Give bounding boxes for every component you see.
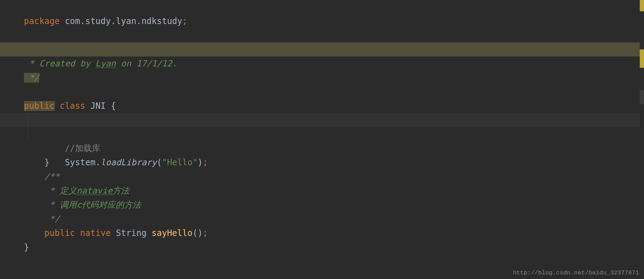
code-line[interactable]: */	[0, 198, 644, 212]
code-line[interactable]: }	[0, 141, 644, 155]
code-line[interactable]: /**	[0, 155, 644, 170]
code-line[interactable]	[0, 71, 644, 85]
code-line[interactable]: static {	[0, 99, 644, 113]
code-line[interactable]: System.loadLibrary("Hello");	[0, 127, 644, 141]
code-line[interactable]: * 调用c代码对应的方法	[0, 184, 644, 198]
code-line[interactable]: public class JNI {	[0, 85, 644, 99]
indent-guide	[28, 127, 28, 141]
code-line[interactable]: */	[0, 57, 644, 71]
code-line[interactable]: package com.study.lyan.ndkstudy;	[0, 0, 644, 14]
code-line[interactable]: /**	[0, 28, 644, 42]
code-line[interactable]	[0, 14, 644, 28]
indent-guide	[28, 113, 28, 127]
code-line[interactable]: }	[0, 226, 644, 240]
code-line-current[interactable]: //加载库	[0, 113, 640, 127]
watermark-text: http://blog.csdn.net/baidu_32377671	[513, 269, 639, 276]
brace: }	[24, 242, 29, 252]
code-line[interactable]: public native String sayHello();	[0, 212, 644, 226]
code-line[interactable]: * 定义natavie方法	[0, 170, 644, 184]
code-editor[interactable]: package com.study.lyan.ndkstudy; /** * C…	[0, 0, 644, 279]
code-line[interactable]: * Created by Lyan on 17/1/12.	[0, 42, 640, 57]
